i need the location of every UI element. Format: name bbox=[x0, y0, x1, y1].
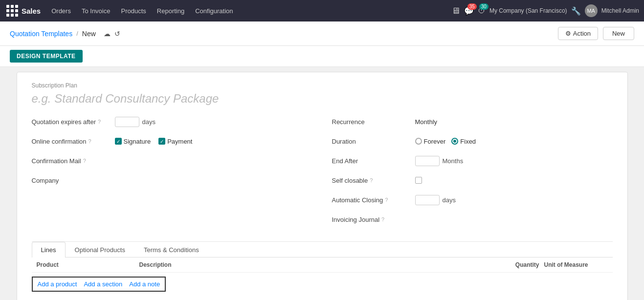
company-row: Company bbox=[32, 173, 312, 188]
automatic-closing-input[interactable]: 15 bbox=[415, 195, 440, 205]
menu-products[interactable]: Products bbox=[116, 5, 151, 17]
clock-icon[interactable]: ⏱ 30 bbox=[478, 6, 486, 15]
end-after-input[interactable]: 1 bbox=[415, 156, 440, 166]
invoicing-journal-row: Invoicing Journal ? bbox=[332, 212, 613, 227]
payment-label: Payment bbox=[167, 138, 192, 145]
company-name: My Company (San Francisco) bbox=[489, 7, 567, 14]
form-right-column: Recurrence Monthly Duration Forever bbox=[332, 114, 613, 232]
menu-orders[interactable]: Orders bbox=[46, 5, 76, 17]
subscription-label: Subscription Plan bbox=[32, 82, 613, 89]
add-section-link[interactable]: Add a section bbox=[84, 280, 122, 288]
menu-configuration[interactable]: Configuration bbox=[190, 5, 238, 17]
automatic-closing-help-icon[interactable]: ? bbox=[385, 197, 388, 203]
quotation-expires-input[interactable]: 0 bbox=[115, 117, 139, 127]
recurrence-label: Recurrence bbox=[332, 118, 415, 126]
automatic-closing-row: Automatic Closing ? 15 days bbox=[332, 193, 613, 207]
self-closable-label: Self closable ? bbox=[332, 177, 415, 184]
automatic-closing-label: Automatic Closing ? bbox=[332, 196, 415, 204]
duration-fixed-text: Fixed bbox=[460, 138, 476, 145]
automatic-closing-unit: days bbox=[443, 196, 456, 204]
col-description-header: Description bbox=[139, 261, 490, 268]
gear-icon: ⚙ bbox=[565, 30, 571, 37]
breadcrumb-separator: / bbox=[76, 30, 78, 37]
design-bar: DESIGN TEMPLATE bbox=[0, 46, 644, 67]
online-confirmation-value: Signature Payment bbox=[115, 138, 193, 145]
confirmation-mail-label: Confirmation Mail ? bbox=[32, 157, 115, 165]
quotation-expires-help-icon[interactable]: ? bbox=[98, 119, 101, 125]
duration-value: Forever Fixed bbox=[415, 138, 476, 145]
brand-label[interactable]: Sales bbox=[22, 7, 41, 15]
menu-to-invoice[interactable]: To Invoice bbox=[77, 5, 115, 17]
end-after-value: 1 Months bbox=[415, 156, 464, 166]
table-header: Product Description Quantity Unit of Mea… bbox=[32, 257, 613, 273]
action-button[interactable]: ⚙ Action bbox=[558, 27, 598, 40]
tab-lines[interactable]: Lines bbox=[32, 242, 66, 257]
recurrence-row: Recurrence Monthly bbox=[332, 114, 613, 129]
self-closable-value bbox=[415, 177, 422, 184]
lines-table: Product Description Quantity Unit of Mea… bbox=[32, 257, 613, 296]
action-button-label: Action bbox=[573, 30, 591, 37]
recurrence-val: Monthly bbox=[415, 118, 438, 126]
payment-checkbox[interactable] bbox=[158, 138, 165, 145]
template-name-input[interactable] bbox=[32, 92, 613, 106]
self-closable-row: Self closable ? bbox=[332, 173, 613, 188]
recurrence-value: Monthly bbox=[415, 118, 438, 126]
payment-checkbox-label[interactable]: Payment bbox=[158, 138, 192, 145]
quotation-expires-unit: days bbox=[142, 118, 155, 126]
tabs-section: Lines Optional Products Terms & Conditio… bbox=[32, 241, 613, 296]
end-after-row: End After 1 Months bbox=[332, 153, 613, 168]
add-actions-container: Add a product Add a section Add a note bbox=[32, 273, 613, 296]
company-label: Company bbox=[32, 177, 115, 184]
nav-right-area: 🖥 💬 35 ⏱ 30 My Company (San Francisco) 🔧… bbox=[451, 4, 639, 17]
self-closable-checkbox[interactable] bbox=[415, 177, 422, 184]
confirmation-mail-row: Confirmation Mail ? bbox=[32, 153, 312, 168]
user-avatar[interactable]: MA bbox=[585, 4, 598, 17]
support-icon[interactable]: 🖥 bbox=[451, 6, 460, 16]
duration-forever-text: Forever bbox=[424, 138, 446, 145]
tab-terms-conditions[interactable]: Terms & Conditions bbox=[134, 242, 208, 257]
self-closable-help-icon[interactable]: ? bbox=[370, 177, 373, 183]
signature-checkbox[interactable] bbox=[115, 138, 122, 145]
top-navigation: Sales Orders To Invoice Products Reporti… bbox=[0, 0, 644, 21]
col-product-header: Product bbox=[32, 261, 139, 268]
col-quantity-header: Quantity bbox=[490, 261, 539, 268]
user-name: Mitchell Admin bbox=[601, 7, 639, 14]
clock-badge: 30 bbox=[479, 3, 489, 10]
breadcrumb-bar: Quotation Templates / New ☁ ↺ ⚙ Action N… bbox=[0, 21, 644, 46]
add-product-link[interactable]: Add a product bbox=[38, 280, 77, 288]
breadcrumb-parent[interactable]: Quotation Templates bbox=[10, 30, 72, 38]
duration-forever-radio[interactable] bbox=[415, 138, 422, 145]
online-confirmation-help-icon[interactable]: ? bbox=[89, 138, 91, 144]
end-after-label: End After bbox=[332, 157, 415, 165]
invoicing-journal-label: Invoicing Journal ? bbox=[332, 216, 415, 223]
quotation-expires-value: 0 days bbox=[115, 117, 155, 127]
tabs-header: Lines Optional Products Terms & Conditio… bbox=[32, 242, 613, 257]
form-grid: Quotation expires after ? 0 days Online … bbox=[32, 114, 613, 232]
invoicing-journal-help-icon[interactable]: ? bbox=[381, 216, 384, 222]
chat-icon[interactable]: 💬 35 bbox=[464, 6, 474, 16]
main-content: Subscription Plan Quotation expires afte… bbox=[0, 67, 644, 300]
menu-reporting[interactable]: Reporting bbox=[152, 5, 189, 17]
duration-label: Duration bbox=[332, 138, 415, 145]
add-actions-box: Add a product Add a section Add a note bbox=[32, 277, 166, 292]
settings-icon[interactable]: 🔧 bbox=[571, 6, 581, 16]
tab-optional-products[interactable]: Optional Products bbox=[66, 242, 134, 257]
discard-icon[interactable]: ↺ bbox=[114, 30, 120, 38]
save-cloud-icon[interactable]: ☁ bbox=[104, 30, 111, 38]
chat-badge: 35 bbox=[467, 3, 477, 10]
duration-fixed-label[interactable]: Fixed bbox=[451, 138, 476, 145]
add-note-link[interactable]: Add a note bbox=[129, 280, 160, 288]
online-confirmation-label: Online confirmation ? bbox=[32, 138, 115, 145]
design-template-button[interactable]: DESIGN TEMPLATE bbox=[10, 50, 83, 63]
confirmation-mail-help-icon[interactable]: ? bbox=[83, 158, 86, 164]
new-button[interactable]: New bbox=[603, 27, 634, 40]
signature-label: Signature bbox=[124, 138, 151, 145]
duration-forever-label[interactable]: Forever bbox=[415, 138, 446, 145]
signature-checkbox-label[interactable]: Signature bbox=[115, 138, 151, 145]
duration-fixed-radio[interactable] bbox=[451, 138, 458, 145]
col-uom-header: Unit of Measure bbox=[539, 261, 613, 268]
form-left-column: Quotation expires after ? 0 days Online … bbox=[32, 114, 312, 232]
automatic-closing-value: 15 days bbox=[415, 195, 456, 205]
online-confirmation-row: Online confirmation ? Signature Payment bbox=[32, 134, 312, 149]
apps-menu-icon[interactable] bbox=[5, 3, 20, 18]
